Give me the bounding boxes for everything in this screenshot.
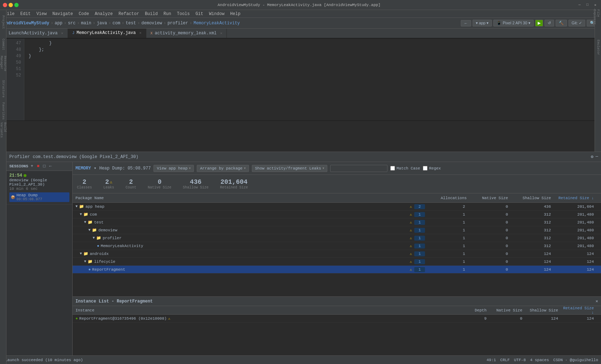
menu-build[interactable]: Build	[142, 11, 161, 17]
pkg-row-lifecycle[interactable]: ▼ 📁 lifecycle ⚠ 1 1 0 124 124	[73, 258, 601, 266]
match-case-check[interactable]	[390, 166, 395, 171]
sidebar-project[interactable]: Project	[0, 11, 6, 33]
breadcrumb-src[interactable]: src	[68, 21, 76, 26]
breadcrumb-com[interactable]: com	[112, 21, 120, 26]
tab-launch-activity[interactable]: J LaunchActivity.java ✕	[0, 29, 68, 38]
search-input[interactable]	[330, 165, 387, 172]
tab-memory-leak-activity[interactable]: J MemoryLeakActivity.java ✕	[68, 29, 146, 38]
breadcrumb-profiler[interactable]: profiler	[167, 21, 188, 26]
refresh-btn[interactable]: ↺	[544, 20, 554, 26]
leaks-label: Leaks	[103, 186, 114, 190]
match-case-checkbox[interactable]: Match Case	[390, 166, 420, 171]
app-dropdown-btn[interactable]: ▾ app ▾	[473, 20, 492, 26]
pkg-row-report-fragment[interactable]: ● ReportFragment ⚠ 1 1 0 124 124	[73, 266, 601, 274]
sidebar-structure[interactable]: Structure	[0, 78, 6, 99]
status-csdn[interactable]: CSDN · @guiguihello	[553, 358, 598, 362]
sessions-stop-btn[interactable]: ■	[36, 163, 40, 169]
menu-git[interactable]: Git	[193, 11, 206, 17]
sessions-minimize-btn[interactable]: □	[42, 163, 47, 169]
menu-window[interactable]: Window	[206, 11, 227, 17]
breadcrumb-test[interactable]: test	[126, 21, 136, 26]
restore-btn[interactable]: □	[585, 2, 590, 8]
sessions-add-btn[interactable]: +	[30, 163, 34, 169]
menu-help[interactable]: Help	[227, 11, 243, 17]
close-window-btn[interactable]	[3, 3, 7, 7]
build-btn[interactable]: 🔨	[556, 20, 567, 26]
pkg-name-demoview: ▼ 📁 demoview	[88, 228, 398, 232]
instance-close-btn[interactable]: ✕	[596, 299, 598, 304]
minimize-btn[interactable]: —	[577, 2, 582, 8]
menu-run[interactable]: Run	[161, 11, 174, 17]
run-btn[interactable]: ▶	[535, 20, 543, 26]
pkg-nativesize-androidx: 0	[469, 252, 512, 256]
sidebar-resource-manager[interactable]: Resource Manager	[0, 56, 6, 77]
nav-back-btn[interactable]: ←	[461, 20, 471, 26]
rsidebar-profiler-explorer[interactable]: Profiler File Explorer	[595, 9, 601, 34]
menu-navigate[interactable]: Navigate	[49, 11, 76, 17]
shallow-value: 436	[190, 178, 201, 186]
regex-check[interactable]	[423, 166, 427, 171]
breadcrumb-demoview[interactable]: demoview	[141, 21, 162, 26]
sidebar-commit[interactable]: Commit	[0, 34, 6, 55]
maximize-window-btn[interactable]	[14, 3, 19, 7]
tab-activity-xml[interactable]: X activity_memory_leak.xml ✕	[146, 29, 227, 38]
status-spaces[interactable]: 4 spaces	[530, 358, 549, 362]
pkg-row-memory-leak-activity[interactable]: ● MemoryLeakActivity ⚠ 1 1 0 312 201,480	[73, 242, 601, 250]
menu-code[interactable]: Code	[76, 11, 92, 17]
menu-edit[interactable]: Edit	[18, 11, 34, 17]
pkg-alloc-report-fragment: ⚠ 1	[398, 267, 426, 272]
pkg-label-test: test	[94, 220, 103, 225]
session-heap-dump[interactable]: 📦 Heap Dump 00:05:08.977	[9, 192, 69, 202]
sidebar-favorites[interactable]: Favorites	[0, 100, 6, 122]
sidebar-build-variants[interactable]: Build Variants	[0, 122, 6, 144]
status-charset[interactable]: UTF-8	[514, 358, 526, 362]
breadcrumb-app[interactable]: app	[55, 21, 63, 26]
status-launch-msg[interactable]: Launch succeeded (10 minutes ago)	[3, 358, 85, 362]
col-retained-size[interactable]: Retained Size ↓	[555, 196, 598, 200]
minimize-window-btn[interactable]	[9, 3, 13, 7]
pkg-row-demoview[interactable]: ▼ 📁 demoview ⚠ 1 1 0 312 201,480	[73, 226, 601, 234]
view-app-heap-dropdown[interactable]: View app heap ▼	[153, 165, 194, 172]
close-btn[interactable]: ✕	[592, 2, 598, 8]
pkg-row-app-heap[interactable]: ▼ 📁 app heap ⚠ 2 2 0 436 201,604	[73, 203, 601, 211]
rsidebar-emulator[interactable]: Emulator	[595, 35, 601, 60]
breadcrumb-current[interactable]: MemoryLeakActivity	[194, 21, 240, 26]
status-encoding[interactable]: CRLF	[500, 358, 509, 362]
pkg-row-androidx[interactable]: ▼ 📁 androidx ⚠ 1 1 0 124 124	[73, 250, 601, 258]
col-native-size[interactable]: Native Size	[469, 196, 512, 200]
tab-xml-close[interactable]: ✕	[220, 31, 222, 35]
inst-row-report-fragment[interactable]: ● ReportFragment@316735496 (0x12e10008) …	[73, 315, 601, 323]
menu-analyze[interactable]: Analyze	[92, 11, 116, 17]
heap-dump-icon: 📦	[11, 195, 15, 200]
tab-memory-close[interactable]: ✕	[140, 31, 142, 35]
pkg-row-com[interactable]: ▼ 📁 com ⚠ 1 1 0 312 201,480	[73, 211, 601, 218]
pkg-row-profiler[interactable]: ▼ 📁 profiler ⚠ 1 1 0 312 201,480	[73, 234, 601, 242]
col-allocations[interactable]: Allocations	[441, 196, 469, 200]
code-area[interactable]: } }; }	[24, 39, 595, 120]
instance-body: ● ReportFragment@316735496 (0x12e10008) …	[73, 315, 601, 355]
breadcrumb-main[interactable]: main	[81, 21, 91, 26]
stat-classes: 2 Classes	[77, 178, 92, 190]
regex-checkbox[interactable]: Regex	[423, 166, 441, 171]
project-name[interactable]: AndroidViewMyStudy	[3, 21, 49, 26]
code-line-47: }	[29, 40, 590, 46]
expand-icon-demoview: ▼	[88, 228, 91, 232]
device-dropdown-btn[interactable]: 📱 Pixel 2 API 30 ▾	[493, 20, 534, 26]
sessions-header: SESSIONS + ■ □ ←	[6, 162, 72, 171]
profiler-settings-icon[interactable]: ⚙	[591, 154, 593, 159]
tab-launch-close[interactable]: ✕	[61, 31, 63, 35]
col-shallow-size[interactable]: Shallow Size	[512, 196, 555, 200]
filter-leaks-dropdown[interactable]: Show activity/fragment Leaks ▼	[252, 165, 328, 172]
sessions-back-btn[interactable]: ←	[48, 163, 53, 169]
folder-icon-demoview: 📁	[92, 228, 97, 232]
arrange-by-package-dropdown[interactable]: Arrange by package ▼	[197, 165, 249, 172]
menu-refactor[interactable]: Refactor	[116, 11, 142, 17]
menu-tools[interactable]: Tools	[174, 11, 193, 17]
breadcrumb-java[interactable]: java	[97, 21, 107, 26]
folder-icon-androidx: 📁	[83, 251, 88, 256]
status-position[interactable]: 49:1	[487, 358, 496, 362]
pkg-row-test[interactable]: ▼ 📁 test ⚠ 1 1 0 312 201,480	[73, 218, 601, 226]
menu-view[interactable]: View	[34, 11, 50, 17]
profiler-minimize-icon[interactable]: —	[596, 154, 598, 159]
git-status-btn[interactable]: Git: ✓	[568, 20, 585, 26]
